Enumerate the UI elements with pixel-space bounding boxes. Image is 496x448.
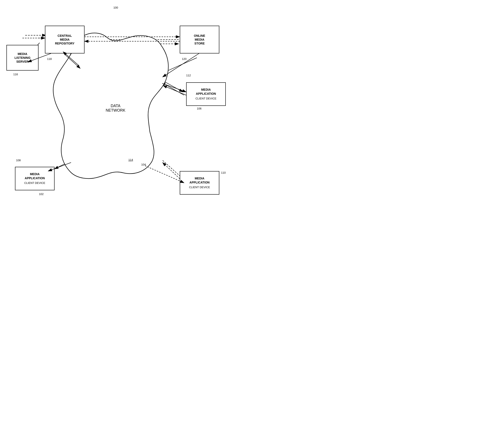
client-device-110-box: MEDIAAPPLICATION CLIENT DEVICE bbox=[180, 171, 219, 194]
svg-line-11 bbox=[163, 163, 182, 181]
oms-label: ONLINEMEDIASTORE bbox=[194, 34, 205, 45]
svg-line-8 bbox=[162, 82, 184, 95]
ref-110: 110 bbox=[221, 171, 226, 174]
cmr-label: CENTRALMEDIAREPOSITORY bbox=[55, 34, 75, 45]
svg-line-7 bbox=[160, 79, 183, 92]
ref-104: 104 bbox=[141, 163, 146, 166]
svg-line-5 bbox=[72, 52, 76, 63]
ref-116: 116 bbox=[13, 73, 18, 76]
svg-line-9 bbox=[55, 160, 72, 169]
ref-106: 106 bbox=[197, 107, 202, 110]
cd110-title: MEDIAAPPLICATION bbox=[190, 176, 210, 184]
cd106-title: MEDIAAPPLICATION bbox=[196, 88, 216, 95]
svg-line-4 bbox=[73, 56, 76, 65]
data-network-label: DATANETWORK bbox=[94, 104, 137, 113]
mls-label: MEDIALISTENINGSERVER bbox=[15, 52, 31, 64]
ref-100: 100 bbox=[113, 6, 118, 9]
cd106-subtitle: CLIENT DEVICE bbox=[195, 97, 216, 101]
cd102-subtitle: CLIENT DEVICE bbox=[24, 181, 45, 185]
cd102-title: MEDIAAPPLICATION bbox=[25, 172, 45, 180]
diagram-container: 100 CENTRALMEDIAREPOSITORY ONLINEMEDIAST… bbox=[0, 0, 248, 224]
ref-108: 108 bbox=[16, 159, 21, 162]
online-media-store-box: ONLINEMEDIASTORE bbox=[180, 26, 219, 53]
cd110-subtitle: CLIENT DEVICE bbox=[189, 186, 210, 189]
ref-118: 118 bbox=[47, 57, 52, 60]
media-listening-server-box: MEDIALISTENINGSERVER bbox=[6, 45, 39, 71]
central-media-repository-box: CENTRALMEDIAREPOSITORY bbox=[45, 26, 85, 53]
client-device-106-box: MEDIAAPPLICATION CLIENT DEVICE bbox=[186, 82, 226, 106]
svg-line-6 bbox=[158, 58, 197, 75]
client-device-102-box: MEDIAAPPLICATION CLIENT DEVICE bbox=[15, 167, 55, 190]
ref-102: 102 bbox=[39, 193, 44, 196]
ref-112: 112 bbox=[186, 74, 191, 77]
ref-120: 120 bbox=[182, 57, 186, 60]
ref-114: 114 bbox=[128, 158, 133, 162]
